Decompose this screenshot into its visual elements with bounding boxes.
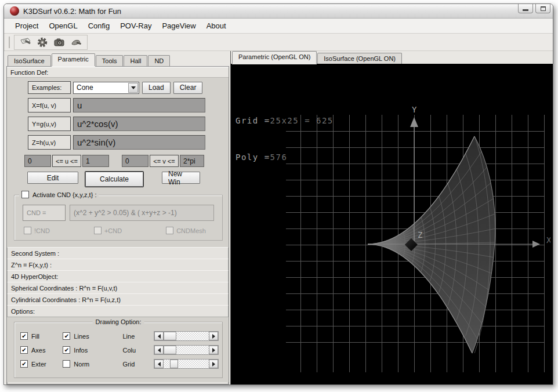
line-slider-right-arrow[interactable] (209, 332, 218, 340)
examples-label: Examples: (28, 81, 71, 94)
tab-parametric-gl[interactable]: Parametric (OpenGL ON) (232, 51, 317, 64)
plus-cnd-checkbox[interactable] (94, 227, 102, 234)
tab-isosurface[interactable]: IsoSurface (8, 55, 51, 66)
section-cylindrical[interactable]: Cylindrical Coordinates : R^n = F(u,z,t) (7, 293, 229, 306)
load-button[interactable]: Load (142, 82, 171, 94)
cndmesh-checkbox[interactable] (166, 227, 173, 234)
examples-combobox[interactable]: Cone (73, 82, 139, 94)
chevron-down-icon (131, 86, 136, 89)
grid-slider-left-arrow[interactable] (154, 360, 164, 368)
section-second-system[interactable]: Second System : (7, 247, 229, 259)
grid-slider-label: Grid (118, 361, 154, 368)
notes-icon[interactable] (19, 36, 32, 49)
examples-selected: Cone (77, 84, 93, 92)
z-function-input[interactable]: u^2*sin(v) (73, 135, 205, 150)
x-axis-label: X (546, 235, 550, 245)
y-function-input[interactable]: u^2*cos(v) (73, 117, 205, 131)
line-slider-track[interactable] (164, 332, 209, 340)
lines-checkbox[interactable]: ✔ (63, 332, 70, 340)
gl-tabbar: Parametric (OpenGL ON) IsoSurface (OpenG… (231, 51, 553, 64)
grid-slider-right-arrow[interactable] (209, 360, 218, 368)
lines-label: Lines (74, 333, 89, 340)
tab-nd[interactable]: ND (148, 55, 170, 66)
x-function-input[interactable]: u (73, 98, 205, 112)
colu-slider[interactable] (154, 345, 219, 355)
colu-slider-label: Colu (118, 347, 154, 354)
section-spherical[interactable]: Spherical Coordinates : R^n = F(u,v,t) (7, 282, 229, 294)
cnd-formula-input[interactable]: (x^2 + y^2 > 0.05) & ( x+y+z > -1) (70, 205, 214, 221)
clear-button[interactable]: Clear (173, 82, 203, 94)
colu-slider-left-arrow[interactable] (154, 346, 164, 354)
app-icon (10, 6, 19, 16)
infos-checkbox[interactable]: ✔ (63, 346, 70, 354)
maximize-button[interactable] (535, 4, 550, 13)
axes-checkbox[interactable]: ✔ (20, 346, 28, 354)
v-min-input[interactable]: 0 (122, 155, 148, 167)
window-title: K3DSurf v0.6.2: Math for Fun (23, 7, 121, 16)
cnd-equals-button[interactable]: CND = (23, 205, 66, 221)
section-animation[interactable]: Animation And Memb : (7, 382, 229, 384)
left-tabbar: IsoSurface Parametric Tools Hall ND (6, 53, 229, 66)
opengl-viewport[interactable]: Y Z X Grid =25x25 = 625 Poly =576 (231, 64, 553, 384)
fill-checkbox[interactable]: ✔ (20, 332, 28, 340)
fill-label: Fill (31, 333, 39, 340)
line-slider[interactable] (154, 331, 219, 341)
section-list: Second System : Z^n = F(x,y,t) : 4D Hype… (7, 248, 229, 317)
section-zn[interactable]: Z^n = F(x,y,t) : (7, 259, 229, 271)
grid-slider[interactable] (154, 359, 219, 369)
axes-label: Axes (31, 347, 45, 354)
minimize-icon (523, 9, 528, 11)
exter-checkbox[interactable]: ✔ (20, 360, 28, 368)
u-min-input[interactable]: 0 (24, 155, 51, 167)
tab-parametric[interactable]: Parametric (52, 53, 95, 66)
new-win-button[interactable]: New Win (162, 172, 200, 184)
colu-slider-thumb[interactable] (164, 346, 176, 354)
toolbar-grip[interactable] (9, 37, 12, 48)
u-max-input[interactable]: 1 (82, 155, 109, 167)
poly-info-value: 576 (270, 153, 288, 162)
minimize-button[interactable] (518, 4, 533, 13)
menu-project[interactable]: Project (10, 20, 44, 32)
tab-isosurface-gl[interactable]: IsoSurface (OpenGL ON) (317, 53, 402, 64)
line-slider-left-arrow[interactable] (154, 332, 164, 340)
colu-slider-right-arrow[interactable] (209, 346, 218, 354)
menu-about[interactable]: About (201, 20, 231, 32)
function-def-area: Examples: Cone Load Clear X=f(u, (7, 78, 229, 193)
tab-tools[interactable]: Tools (96, 55, 124, 66)
render-area: Parametric (OpenGL ON) IsoSurface (OpenG… (230, 51, 553, 384)
calculate-button[interactable]: Calculate (85, 172, 143, 187)
section-options[interactable]: Options: (7, 305, 229, 317)
v-max-input[interactable]: 2*pi (180, 155, 204, 167)
grid-info-label: Grid = (235, 116, 270, 125)
edit-button[interactable]: Edit (27, 172, 78, 184)
combo-dropdown-button[interactable] (128, 83, 138, 93)
grid-slider-thumb[interactable] (170, 360, 178, 368)
grid-slider-track[interactable] (164, 360, 209, 368)
gear-icon[interactable] (36, 36, 49, 49)
menu-config[interactable]: Config (83, 20, 115, 32)
app-window: K3DSurf v0.6.2: Math for Fun Project Ope… (3, 3, 553, 385)
y-function-label: Y=g(u,v) (28, 117, 71, 131)
u-range-label: <= u <= (52, 155, 81, 167)
menu-pageview[interactable]: PageView (157, 20, 201, 32)
activate-cnd-checkbox[interactable] (21, 191, 29, 198)
drawing-options-area: Drawing Option: ✔Fill ✔Lines Line (7, 317, 229, 378)
line-slider-thumb[interactable] (164, 332, 176, 340)
section-4d-hyperobject[interactable]: 4D HyperObject: (7, 270, 229, 282)
menu-opengl[interactable]: OpenGL (44, 20, 82, 32)
poly-info-label: Poly = (235, 153, 270, 162)
paint-tool-icon[interactable] (70, 36, 82, 49)
colu-slider-track[interactable] (164, 346, 209, 354)
camera-icon[interactable] (53, 36, 66, 49)
maximize-icon (541, 6, 546, 11)
menubar: Project OpenGL Config POV-Ray PageView A… (4, 19, 553, 34)
norm-label: Norm (74, 361, 89, 368)
not-cnd-checkbox[interactable] (24, 227, 31, 234)
tab-hall[interactable]: Hall (124, 55, 147, 66)
function-def-header[interactable]: Function Def: (7, 67, 229, 78)
titlebar[interactable]: K3DSurf v0.6.2: Math for Fun (4, 4, 553, 19)
x-function-label: X=f(u, v) (28, 98, 71, 112)
menu-povray[interactable]: POV-Ray (115, 20, 157, 32)
drawing-option-legend: Drawing Option: (93, 318, 144, 325)
norm-checkbox[interactable] (63, 360, 70, 368)
